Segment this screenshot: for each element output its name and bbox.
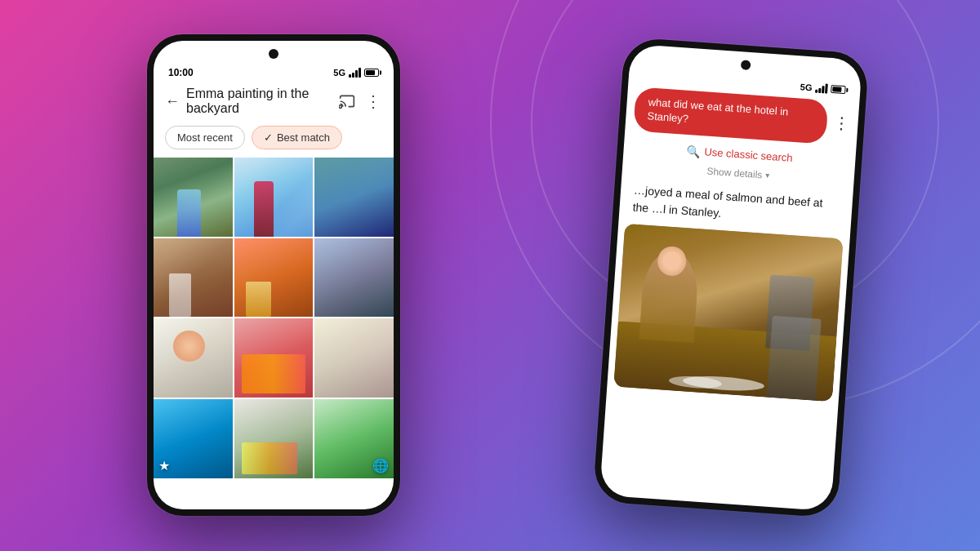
photo-cell-2[interactable] xyxy=(234,158,314,237)
phone-right-screen: 5G what did we eat at the hotel in Stanl… xyxy=(599,44,862,511)
photo-cell-4[interactable] xyxy=(154,238,233,318)
cast-icon[interactable] xyxy=(338,92,356,110)
photo-cell-3[interactable] xyxy=(314,158,394,237)
photo-cell-9[interactable] xyxy=(314,318,394,398)
status-bar-left: 10:00 5G xyxy=(154,60,394,82)
photo-cell-5[interactable] xyxy=(234,238,314,318)
search-icon-classic: 🔍 xyxy=(686,144,701,158)
status-icons-left: 5G xyxy=(333,68,379,78)
camera-hole-left xyxy=(269,49,278,59)
bar4 xyxy=(359,68,361,78)
globe-icon: 🌐 xyxy=(372,458,389,473)
battery-fill-right xyxy=(832,87,841,92)
photo-grid: ★ 🌐 xyxy=(154,158,394,480)
photo-cell-10[interactable]: ★ xyxy=(154,399,233,478)
rbar2 xyxy=(818,88,821,93)
search-header: ← Emma painting in the backyard ⋮ xyxy=(154,82,394,122)
phone-left: 10:00 5G ← Emma painting xyxy=(147,34,400,516)
photo-cell-12[interactable]: 🌐 xyxy=(314,399,394,478)
phone-right: 5G what did we eat at the hotel in Stanl… xyxy=(592,37,869,518)
photo-cell-6[interactable] xyxy=(314,238,394,318)
signal-bars-left xyxy=(349,68,361,78)
signal-bars-right xyxy=(815,83,828,94)
svg-point-0 xyxy=(339,105,341,108)
rbar4 xyxy=(825,84,828,94)
photo-cell-8[interactable] xyxy=(234,318,314,398)
rbar1 xyxy=(815,90,817,93)
filter-row: Most recent ✓ Best match xyxy=(154,122,394,158)
phone-left-screen: 10:00 5G ← Emma painting xyxy=(154,41,394,509)
photo-cell-7[interactable] xyxy=(154,318,233,398)
battery-left xyxy=(364,69,379,77)
star-icon: ★ xyxy=(158,458,170,473)
network-right: 5G xyxy=(800,82,812,92)
status-icons-right: 5G xyxy=(800,82,845,95)
battery-fill-left xyxy=(366,70,375,75)
photo-cell-11[interactable] xyxy=(234,399,314,478)
filter-best-match[interactable]: ✓ Best match xyxy=(252,126,342,149)
more-vert-icon-left[interactable]: ⋮ xyxy=(364,92,382,110)
classic-search-label[interactable]: Use classic search xyxy=(704,146,793,165)
bar3 xyxy=(355,70,358,78)
back-button[interactable]: ← xyxy=(165,93,180,110)
more-vert-icon-right[interactable]: ⋮ xyxy=(833,114,850,131)
bar2 xyxy=(352,73,354,78)
phones-container: 10:00 5G ← Emma painting xyxy=(0,0,980,551)
chevron-down-icon: ▾ xyxy=(765,171,770,180)
battery-right xyxy=(831,85,846,94)
bar1 xyxy=(349,74,351,78)
network-left: 5G xyxy=(333,68,345,78)
result-photo xyxy=(613,224,843,402)
filter-most-recent[interactable]: Most recent xyxy=(165,126,245,149)
time-left: 10:00 xyxy=(168,67,194,78)
header-icons: ⋮ xyxy=(338,92,382,110)
search-pill[interactable]: what did we eat at the hotel in Stanley? xyxy=(633,87,828,144)
check-icon: ✓ xyxy=(264,131,273,144)
search-title: Emma painting in the backyard xyxy=(186,87,332,116)
camera-hole-right xyxy=(741,60,751,70)
photo-cell-1[interactable] xyxy=(154,158,233,237)
filter-best-match-label: Best match xyxy=(277,131,330,144)
